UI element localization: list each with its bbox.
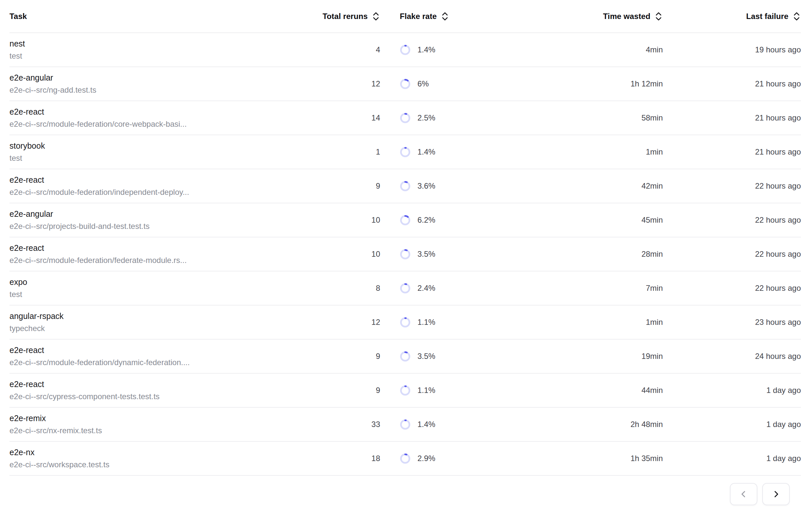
total-reruns-value: 8	[305, 284, 380, 293]
time-wasted-value: 1min	[517, 318, 663, 327]
task-cell: angular-rspack typecheck	[9, 312, 305, 333]
task-target: typecheck	[9, 324, 305, 333]
column-header-time-wasted[interactable]: Time wasted	[517, 11, 663, 21]
flake-rate-cell: 3.6%	[380, 181, 517, 191]
flake-rate-cell: 1.4%	[380, 147, 517, 157]
task-cell: e2e-react e2e-ci--src/module-federation/…	[9, 176, 305, 197]
pagination	[9, 476, 801, 505]
flake-rate-value: 2.5%	[417, 113, 436, 123]
column-header-total-reruns[interactable]: Total reruns	[305, 11, 380, 21]
flake-rate-cell: 1.4%	[380, 45, 517, 55]
task-name: e2e-angular	[9, 210, 305, 219]
table-row[interactable]: expo test 8 2.4% 7min 22 hours ago	[9, 271, 801, 306]
task-cell: e2e-react e2e-ci--src/cypress-component-…	[9, 380, 305, 401]
task-target: e2e-ci--src/projects-build-and-test.test…	[9, 222, 305, 231]
column-header-last-failure[interactable]: Last failure	[663, 11, 801, 21]
flake-rate-cell: 2.5%	[380, 113, 517, 124]
flake-rate-donut-icon	[400, 181, 411, 191]
task-cell: e2e-angular e2e-ci--src/projects-build-a…	[9, 210, 305, 231]
time-wasted-value: 28min	[517, 250, 663, 259]
total-reruns-value: 12	[305, 79, 380, 88]
column-header-total-reruns-label: Total reruns	[323, 12, 368, 21]
task-name: e2e-angular	[9, 73, 305, 82]
task-target: e2e-ci--src/module-federation/dynamic-fe…	[9, 358, 305, 367]
task-target: e2e-ci--src/module-federation/independen…	[9, 188, 305, 197]
task-name: expo	[9, 278, 305, 287]
task-name: e2e-react	[9, 346, 305, 355]
flake-rate-value: 1.4%	[417, 45, 436, 54]
flake-rate-donut-icon	[400, 215, 411, 226]
flake-rate-cell: 6%	[380, 79, 517, 89]
table-row[interactable]: e2e-react e2e-ci--src/module-federation/…	[9, 169, 801, 203]
chevron-right-icon	[772, 490, 781, 499]
column-header-time-wasted-label: Time wasted	[603, 12, 650, 21]
task-name: storybook	[9, 141, 305, 151]
task-name: e2e-react	[9, 380, 305, 389]
flake-rate-value: 2.9%	[417, 454, 436, 463]
table-row[interactable]: e2e-react e2e-ci--src/module-federation/…	[9, 237, 801, 271]
flake-rate-cell: 1.1%	[380, 385, 517, 396]
previous-page-button[interactable]	[730, 483, 757, 505]
table-row[interactable]: storybook test 1 1.4% 1min 21 hours ago	[9, 135, 801, 169]
time-wasted-value: 2h 48min	[517, 420, 663, 429]
table-row[interactable]: e2e-react e2e-ci--src/module-federation/…	[9, 101, 801, 135]
time-wasted-value: 1h 35min	[517, 454, 663, 463]
flake-rate-cell: 6.2%	[380, 215, 517, 226]
last-failure-value: 24 hours ago	[663, 352, 801, 361]
task-target: e2e-ci--src/module-federation/core-webpa…	[9, 120, 305, 128]
table-row[interactable]: e2e-angular e2e-ci--src/ng-add.test.ts 1…	[9, 67, 801, 101]
task-cell: expo test	[9, 278, 305, 298]
column-header-flake-rate[interactable]: Flake rate	[380, 11, 517, 21]
table-row[interactable]: nest test 4 1.4% 4min 19 hours ago	[9, 33, 801, 67]
total-reruns-value: 9	[305, 181, 380, 190]
table-row[interactable]: e2e-nx e2e-ci--src/workspace.test.ts 18 …	[9, 442, 801, 476]
table-row[interactable]: e2e-react e2e-ci--src/cypress-component-…	[9, 374, 801, 408]
total-reruns-value: 9	[305, 386, 380, 395]
flake-rate-value: 6.2%	[417, 215, 436, 225]
last-failure-value: 21 hours ago	[663, 147, 801, 157]
flake-rate-value: 3.5%	[417, 352, 436, 361]
last-failure-value: 1 day ago	[663, 454, 801, 463]
flake-rate-value: 1.4%	[417, 420, 436, 429]
task-cell: e2e-remix e2e-ci--src/nx-remix.test.ts	[9, 414, 305, 435]
flake-rate-donut-icon	[400, 147, 411, 157]
time-wasted-value: 58min	[517, 113, 663, 123]
time-wasted-value: 45min	[517, 215, 663, 225]
last-failure-value: 1 day ago	[663, 420, 801, 429]
task-target: test	[9, 290, 305, 298]
task-target: e2e-ci--src/nx-remix.test.ts	[9, 426, 305, 435]
time-wasted-value: 4min	[517, 45, 663, 54]
sort-icon	[372, 11, 380, 21]
task-cell: e2e-nx e2e-ci--src/workspace.test.ts	[9, 448, 305, 469]
task-name: e2e-remix	[9, 414, 305, 423]
sort-icon	[441, 11, 449, 21]
flake-rate-value: 2.4%	[417, 284, 436, 293]
table-row[interactable]: angular-rspack typecheck 12 1.1% 1min 23…	[9, 306, 801, 340]
task-name: angular-rspack	[9, 312, 305, 321]
chevron-left-icon	[739, 490, 748, 499]
column-header-last-failure-label: Last failure	[746, 12, 788, 21]
last-failure-value: 19 hours ago	[663, 45, 801, 54]
task-cell: nest test	[9, 39, 305, 60]
next-page-button[interactable]	[762, 483, 790, 505]
table-row[interactable]: e2e-react e2e-ci--src/module-federation/…	[9, 340, 801, 374]
table-row[interactable]: e2e-angular e2e-ci--src/projects-build-a…	[9, 203, 801, 237]
task-cell: e2e-angular e2e-ci--src/ng-add.test.ts	[9, 73, 305, 94]
task-target: test	[9, 52, 305, 60]
total-reruns-value: 10	[305, 215, 380, 225]
task-cell: e2e-react e2e-ci--src/module-federation/…	[9, 244, 305, 265]
table-row[interactable]: e2e-remix e2e-ci--src/nx-remix.test.ts 3…	[9, 408, 801, 442]
last-failure-value: 21 hours ago	[663, 113, 801, 123]
task-name: e2e-react	[9, 107, 305, 116]
total-reruns-value: 14	[305, 113, 380, 123]
time-wasted-value: 7min	[517, 284, 663, 293]
task-target: e2e-ci--src/ng-add.test.ts	[9, 86, 305, 94]
column-header-task-label: Task	[9, 12, 27, 21]
task-name: e2e-react	[9, 244, 305, 253]
flake-rate-value: 6%	[417, 79, 429, 88]
flake-rate-donut-icon	[400, 79, 411, 89]
sort-icon	[654, 11, 663, 21]
last-failure-value: 23 hours ago	[663, 318, 801, 327]
flake-rate-value: 1.1%	[417, 386, 436, 395]
sort-icon	[792, 11, 801, 21]
